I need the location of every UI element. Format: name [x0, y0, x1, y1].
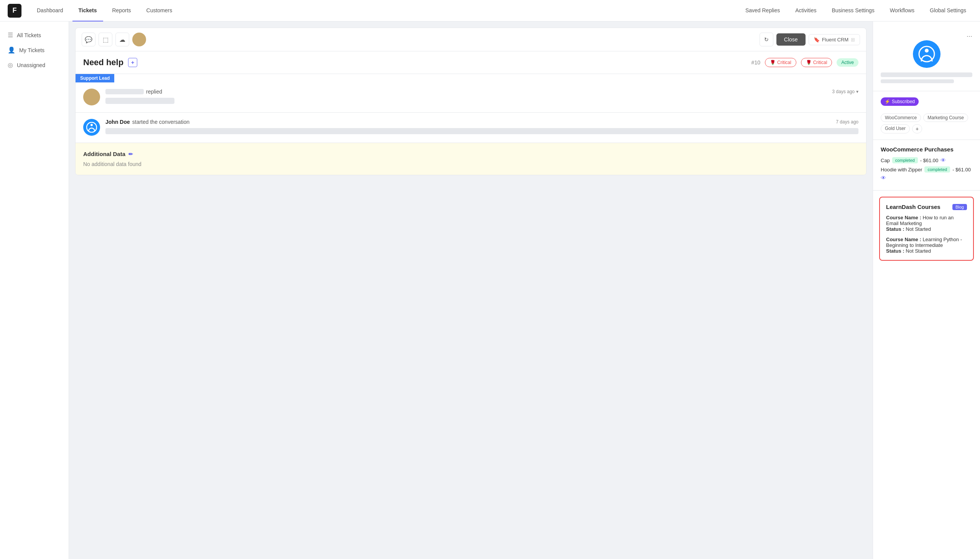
message-meta-1: replied 3 days ago ▾	[106, 89, 858, 95]
split-view-button[interactable]: ⬚	[99, 33, 112, 46]
message-content-blur	[106, 128, 858, 134]
ticket-title: Need help	[83, 58, 124, 68]
status-value-2: Not Started	[906, 248, 931, 254]
chevron-down-icon: ▾	[856, 89, 858, 94]
status-label-1: Status :	[886, 226, 904, 232]
tags-list: WooCommerce Marketing Course Gold User +	[881, 114, 972, 134]
ticket-area: 💬 ⬚ ☁ ↻ Close 🔖 Fluent CRM ⊞ Need help	[69, 22, 873, 559]
learndash-title: LearnDash Courses	[886, 203, 940, 210]
subscribed-badge: ⚡ Subscribed	[881, 98, 919, 106]
nav-dashboard[interactable]: Dashboard	[31, 0, 69, 22]
john-doe-message: John Doe started the conversation 7 days…	[76, 113, 866, 143]
subscribed-icon: ⚡	[884, 99, 890, 104]
status-label-2: Status :	[886, 248, 904, 254]
cloud-button[interactable]: ☁	[116, 33, 129, 46]
nav-activities[interactable]: Activities	[789, 0, 822, 22]
course-label-2: Course Name :	[886, 237, 921, 242]
purchase-amount-cap: - $61.00	[920, 157, 939, 163]
nav-tickets[interactable]: Tickets	[73, 0, 103, 22]
blog-badge: Blog	[952, 204, 967, 210]
sender-name-blur	[106, 89, 144, 94]
main-content: 💬 ⬚ ☁ ↻ Close 🔖 Fluent CRM ⊞ Need help	[69, 22, 980, 559]
ticket-number: #10	[752, 60, 760, 66]
tag-marketing-course[interactable]: Marketing Course	[923, 114, 968, 122]
additional-data-section: Additional Data ✏ No additional data fou…	[76, 143, 866, 175]
ticket-header: Need help + #10 🌹 Critical 🌹 Critical Ac…	[76, 51, 866, 74]
person-icon: 👤	[8, 46, 15, 54]
message-view-button[interactable]: 💬	[82, 33, 96, 46]
nav-reports[interactable]: Reports	[106, 0, 137, 22]
ticket-toolbar: 💬 ⬚ ☁ ↻ Close 🔖 Fluent CRM ⊞	[76, 28, 866, 51]
woocommerce-title: WooCommerce Purchases	[881, 146, 972, 152]
critical-icon-1: 🌹	[770, 60, 776, 65]
close-button[interactable]: Close	[777, 33, 806, 46]
app-logo[interactable]: F	[8, 4, 21, 18]
sidebar-item-label: My Tickets	[19, 47, 45, 53]
learndash-header: LearnDash Courses Blog	[886, 203, 967, 210]
ticket-panel: 💬 ⬚ ☁ ↻ Close 🔖 Fluent CRM ⊞ Need help	[75, 28, 866, 175]
nav-global-settings[interactable]: Global Settings	[924, 0, 972, 22]
badge-active: Active	[836, 58, 858, 67]
status-value-1: Not Started	[906, 226, 931, 232]
badge-critical-2: 🌹 Critical	[801, 58, 832, 67]
crm-label: Fluent CRM	[822, 37, 848, 43]
view-icon-hoodie[interactable]: 👁	[881, 175, 886, 181]
nav-workflows[interactable]: Workflows	[884, 0, 921, 22]
add-tag-button[interactable]: +	[128, 58, 137, 67]
nav-business-settings[interactable]: Business Settings	[825, 0, 880, 22]
purchase-name-cap: Cap	[881, 157, 890, 163]
svg-point-3	[925, 49, 929, 53]
right-panel: ... ⚡ Subsc	[873, 22, 980, 559]
table-icon: ⊞	[851, 37, 855, 43]
support-lead-message: Support Lead replied 3 days ago ▾	[76, 74, 866, 113]
tag-gold-user[interactable]: Gold User	[881, 124, 910, 134]
additional-data-title: Additional Data ✏	[83, 150, 858, 157]
purchase-item-cap: Cap completed - $61.00 👁	[881, 157, 972, 163]
crm-icon: 🔖	[814, 37, 820, 43]
tag-woocommerce[interactable]: WooCommerce	[881, 114, 921, 122]
more-options-icon[interactable]: ...	[967, 31, 972, 39]
message-content-1: replied 3 days ago ▾	[76, 83, 866, 112]
view-icon-cap[interactable]: 👁	[940, 157, 946, 163]
support-lead-bar: Support Lead	[76, 74, 114, 83]
purchase-item-hoodie: Hoodie with Zipper completed - $61.00 👁	[881, 166, 972, 181]
nav-customers[interactable]: Customers	[140, 0, 178, 22]
assignee-avatar	[132, 33, 146, 46]
message-time-1: 3 days ago ▾	[832, 89, 858, 94]
critical-icon-2: 🌹	[806, 60, 812, 65]
message-body-2: John Doe started the conversation 7 days…	[106, 119, 858, 137]
sidebar-item-label: All Tickets	[17, 32, 41, 38]
sender-name: John Doe	[106, 119, 130, 125]
purchase-status-cap: completed	[892, 157, 918, 163]
sidebar: ☰ All Tickets 👤 My Tickets ◎ Unassigned	[0, 22, 69, 559]
purchase-status-hoodie: completed	[924, 166, 950, 172]
replied-text: replied	[146, 89, 162, 95]
message-text-blur	[106, 98, 174, 104]
crm-badge[interactable]: 🔖 Fluent CRM ⊞	[809, 34, 860, 45]
message-meta-2: John Doe started the conversation 7 days…	[106, 119, 858, 125]
woocommerce-section: WooCommerce Purchases Cap completed - $6…	[873, 140, 980, 190]
purchase-amount-hoodie: - $61.00	[952, 167, 971, 172]
message-content-2: John Doe started the conversation 7 days…	[76, 113, 866, 142]
contact-name-blur	[881, 73, 972, 77]
list-icon: ☰	[8, 31, 13, 39]
refresh-button[interactable]: ↻	[760, 33, 773, 46]
tags-section: ⚡ Subscribed WooCommerce Marketing Cours…	[873, 91, 980, 140]
support-avatar	[83, 89, 100, 106]
sidebar-item-all-tickets[interactable]: ☰ All Tickets	[0, 28, 69, 43]
course-item-1: Course Name : How to run an Email Market…	[886, 215, 967, 232]
contact-email-blur	[881, 79, 954, 83]
sidebar-item-unassigned[interactable]: ◎ Unassigned	[0, 58, 69, 73]
add-tag-button-right[interactable]: +	[912, 124, 922, 134]
contact-avatar-wrap	[881, 40, 972, 68]
badge-critical-1: 🌹 Critical	[765, 58, 797, 67]
more-options: ...	[881, 29, 972, 40]
no-data-message: No additional data found	[83, 161, 858, 167]
contact-header: ...	[873, 22, 980, 91]
message-time-2: 7 days ago	[836, 119, 858, 125]
contact-avatar	[913, 40, 940, 68]
nav-saved-replies[interactable]: Saved Replies	[739, 0, 786, 22]
course-label-1: Course Name :	[886, 215, 921, 220]
edit-icon[interactable]: ✏	[129, 151, 133, 157]
sidebar-item-my-tickets[interactable]: 👤 My Tickets	[0, 43, 69, 58]
